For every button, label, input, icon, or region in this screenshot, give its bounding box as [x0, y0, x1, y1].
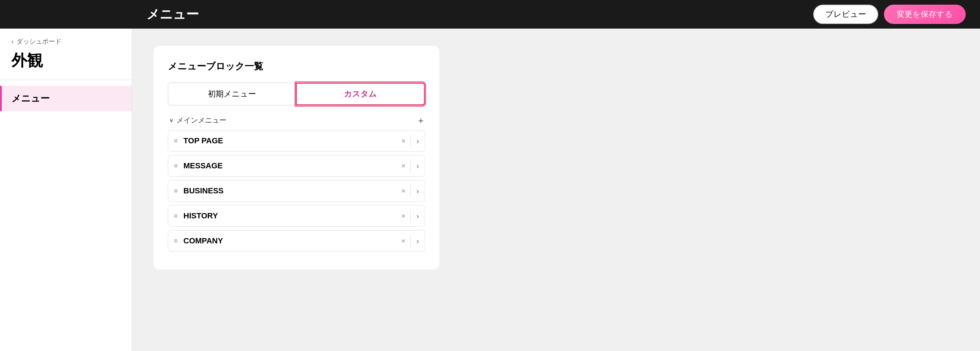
menu-items-list: ≡ TOP PAGE × › ≡ MESSAGE × › ≡ BUSINESS: [168, 130, 425, 252]
item-label-business: BUSINESS: [184, 186, 396, 196]
save-button[interactable]: 変更を保存する: [884, 5, 966, 24]
drag-handle-icon[interactable]: ≡: [168, 137, 184, 145]
tab-initial[interactable]: 初期メニュー: [168, 83, 296, 105]
top-header: メニュー プレビュー 変更を保存する: [0, 0, 980, 29]
expand-item-button[interactable]: ›: [411, 137, 425, 145]
sidebar-divider: [0, 80, 132, 80]
drag-handle-icon[interactable]: ≡: [168, 162, 184, 170]
main-layout: ‹ ダッシュボード 外観 メニュー メニューブロック一覧 初期メニュー カスタム…: [0, 29, 980, 351]
expand-item-button[interactable]: ›: [411, 212, 425, 220]
drag-handle-icon[interactable]: ≡: [168, 212, 184, 220]
table-row: ≡ MESSAGE × ›: [168, 155, 425, 177]
tab-row: 初期メニュー カスタム: [168, 83, 425, 105]
sidebar-item-label: メニュー: [11, 92, 49, 105]
sidebar-back-label: ダッシュボード: [16, 37, 61, 46]
section-title: メインメニュー: [177, 115, 226, 125]
add-item-button[interactable]: +: [418, 116, 423, 125]
item-label-message: MESSAGE: [184, 161, 396, 171]
active-indicator: [0, 86, 2, 111]
table-row: ≡ BUSINESS × ›: [168, 180, 425, 202]
table-row: ≡ COMPANY × ›: [168, 230, 425, 252]
section-label[interactable]: ∨ メインメニュー: [169, 115, 226, 125]
expand-item-button[interactable]: ›: [411, 237, 425, 245]
item-label-company: COMPANY: [184, 236, 396, 246]
remove-item-button[interactable]: ×: [396, 187, 411, 195]
drag-handle-icon[interactable]: ≡: [168, 237, 184, 245]
sidebar-back-link[interactable]: ‹ ダッシュボード: [0, 37, 132, 46]
chevron-down-icon: ∨: [169, 117, 173, 124]
sidebar-item-menu[interactable]: メニュー: [0, 86, 132, 111]
tab-custom[interactable]: カスタム: [296, 83, 425, 105]
remove-item-button[interactable]: ×: [396, 237, 411, 245]
menu-block-card: メニューブロック一覧 初期メニュー カスタム ∨ メインメニュー + ≡ TOP…: [154, 46, 439, 270]
content-area: メニューブロック一覧 初期メニュー カスタム ∨ メインメニュー + ≡ TOP…: [132, 29, 980, 351]
expand-item-button[interactable]: ›: [411, 162, 425, 170]
section-header: ∨ メインメニュー +: [168, 115, 425, 125]
sidebar-heading: 外観: [0, 50, 132, 71]
item-label-history: HISTORY: [184, 211, 396, 220]
remove-item-button[interactable]: ×: [396, 162, 411, 170]
card-title: メニューブロック一覧: [168, 60, 425, 73]
sidebar: ‹ ダッシュボード 外観 メニュー: [0, 29, 132, 351]
table-row: ≡ HISTORY × ›: [168, 205, 425, 227]
header-actions: プレビュー 変更を保存する: [813, 5, 966, 24]
drag-handle-icon[interactable]: ≡: [168, 187, 184, 195]
item-label-top-page: TOP PAGE: [184, 136, 396, 145]
expand-item-button[interactable]: ›: [411, 187, 425, 195]
page-title: メニュー: [146, 6, 813, 23]
remove-item-button[interactable]: ×: [396, 137, 411, 145]
remove-item-button[interactable]: ×: [396, 212, 411, 220]
preview-button[interactable]: プレビュー: [813, 5, 878, 24]
back-arrow-icon: ‹: [11, 38, 14, 45]
table-row: ≡ TOP PAGE × ›: [168, 130, 425, 152]
